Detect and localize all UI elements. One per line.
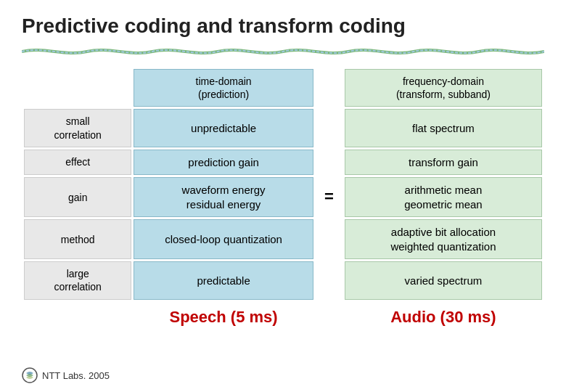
table-row: method closed-loop quantization adaptive…: [24, 219, 542, 259]
row2-mid-label: waveform energy residual energy: [182, 184, 266, 211]
row2-right: arithmetic mean geometric mean: [345, 177, 542, 217]
row1-right: transform gain: [345, 150, 542, 176]
row3-left: method: [24, 219, 131, 259]
row0-right-label: flat spectrum: [412, 122, 475, 134]
row3-equals: [316, 219, 343, 259]
row2-right-label: arithmetic mean geometric mean: [404, 184, 483, 211]
table-header-row: time-domain (prediction) frequency-domai…: [24, 69, 542, 107]
row0-mid-label: unpredictable: [191, 122, 256, 134]
row4-left-label: large correlation: [54, 268, 102, 293]
header-right-label: frequency-domain (transform, subband): [396, 75, 491, 100]
row3-mid-label: closed-loop quantization: [165, 233, 282, 245]
row1-left-label: effect: [65, 156, 90, 168]
table-row: large correlation predictable varied spe…: [24, 261, 542, 299]
header-equals-spacer: [316, 69, 343, 107]
row2-equals: =: [316, 177, 343, 217]
header-mid-cell: time-domain (prediction): [134, 69, 313, 107]
row2-left: gain: [24, 177, 131, 217]
slide: Predictive coding and transform coding t…: [0, 0, 566, 392]
row1-mid: prediction gain: [134, 150, 313, 176]
row2-left-label: gain: [68, 192, 87, 203]
row5-empty: [24, 302, 131, 333]
table-row: small correlation unpredictable flat spe…: [24, 109, 542, 147]
row4-left: large correlation: [24, 261, 131, 299]
row5-right: Audio (30 ms): [345, 302, 542, 333]
main-table-wrapper: time-domain (prediction) frequency-domai…: [22, 67, 544, 335]
row2-mid: waveform energy residual energy: [134, 177, 313, 217]
row0-left-label: small correlation: [54, 115, 102, 140]
header-empty-cell: [24, 69, 131, 107]
row4-mid-label: predictable: [197, 274, 250, 287]
row5-equals: [316, 302, 343, 333]
audio-label: Audio (30 ms): [390, 308, 496, 326]
table-row: effect prediction gain transform gain: [24, 150, 542, 176]
row4-right: varied spectrum: [345, 261, 542, 299]
footer: NTT Labs. 2005: [22, 367, 110, 383]
row1-left: effect: [24, 150, 131, 176]
table-row-labels: Speech (5 ms) Audio (30 ms): [24, 302, 542, 333]
row1-right-label: transform gain: [409, 156, 478, 168]
row0-right: flat spectrum: [345, 109, 542, 147]
row4-mid: predictable: [134, 261, 313, 299]
row0-left: small correlation: [24, 109, 131, 147]
row4-right-label: varied spectrum: [405, 274, 483, 287]
page-title: Predictive coding and transform coding: [22, 15, 544, 38]
row4-equals: [316, 261, 343, 299]
coding-table: time-domain (prediction) frequency-domai…: [22, 67, 544, 335]
row5-mid: Speech (5 ms): [134, 302, 313, 333]
row0-mid: unpredictable: [134, 109, 313, 147]
row3-right: adaptive bit allocation weighted quantiz…: [345, 219, 542, 259]
speech-label: Speech (5 ms): [170, 308, 278, 326]
row3-right-label: adaptive bit allocation weighted quantiz…: [390, 226, 496, 253]
row0-equals: [316, 109, 343, 147]
row1-mid-label: prediction gain: [188, 156, 259, 168]
row3-mid: closed-loop quantization: [134, 219, 313, 259]
table-row: gain waveform energy residual energy = a…: [24, 177, 542, 217]
row1-equals: [316, 150, 343, 176]
wavy-line-decoration: [22, 45, 544, 58]
ntt-logo-icon: [22, 367, 38, 383]
header-mid-label: time-domain (prediction): [196, 75, 252, 100]
footer-text: NTT Labs. 2005: [42, 370, 110, 381]
row3-left-label: method: [61, 234, 95, 245]
header-right-cell: frequency-domain (transform, subband): [345, 69, 542, 107]
